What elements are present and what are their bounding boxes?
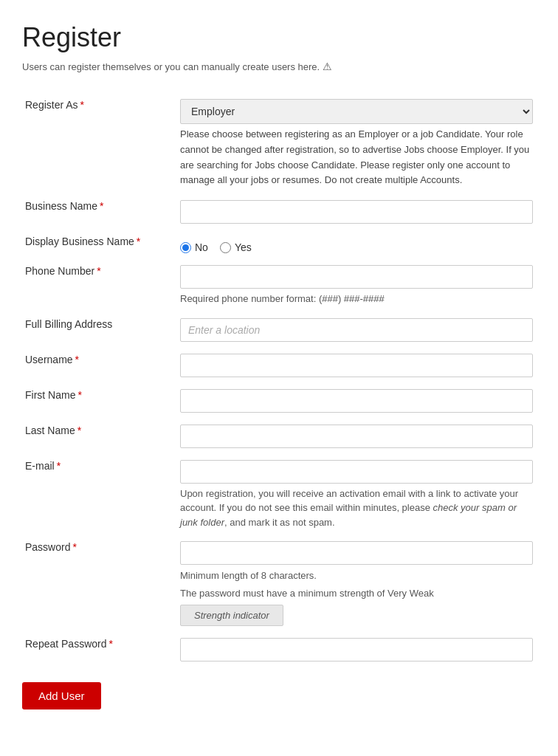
email-input[interactable] [180,460,533,484]
register-as-row: Register As* Employer Candidate Please c… [22,93,536,194]
last-name-row: Last Name* [22,419,536,454]
last-name-input[interactable] [180,425,533,448]
username-label: Username* [22,348,177,383]
password-label: Password* [22,535,177,632]
email-field: Upon registration, you will receive an a… [177,454,536,536]
password-hint2: The password must have a minimum strengt… [180,586,533,601]
radio-yes-label[interactable]: Yes [220,241,252,253]
business-name-field [177,194,536,230]
repeat-password-row: Repeat Password* [22,632,536,667]
last-name-label: Last Name* [22,419,177,454]
first-name-input[interactable] [180,389,533,413]
radio-no-label[interactable]: No [180,241,208,253]
email-label: E-mail* [22,454,177,536]
add-user-button[interactable]: Add User [22,682,101,709]
phone-hint: Required phone number format: (###) ###-… [180,292,533,306]
page-subtitle: Users can register themselves or you can… [22,61,536,72]
radio-no[interactable] [180,242,191,253]
password-field: Minimum length of 8 characters. The pass… [177,535,536,632]
warning-icon: ⚠ [323,61,332,72]
billing-address-label: Full Billing Address [22,312,177,348]
page-container: Register Users can register themselves o… [0,0,558,756]
password-input[interactable] [180,541,533,565]
business-name-input[interactable] [180,200,533,224]
business-name-label: Business Name* [22,194,177,230]
repeat-password-input[interactable] [180,638,533,662]
register-as-field: Employer Candidate Please choose between… [177,93,536,194]
billing-address-field [177,312,536,348]
register-as-label: Register As* [22,93,177,194]
billing-address-row: Full Billing Address [22,312,536,348]
billing-address-input[interactable] [180,318,533,342]
radio-yes[interactable] [220,242,231,253]
password-hint1: Minimum length of 8 characters. [180,568,533,583]
last-name-field [177,419,536,454]
phone-number-row: Phone Number* Required phone number form… [22,259,536,312]
phone-number-input[interactable] [180,265,533,289]
first-name-row: First Name* [22,383,536,419]
register-as-select[interactable]: Employer Candidate [180,99,533,124]
page-title: Register [22,22,536,53]
username-row: Username* [22,348,536,383]
register-form: Register As* Employer Candidate Please c… [22,93,536,667]
display-business-name-field: No Yes [177,230,536,259]
password-row: Password* Minimum length of 8 characters… [22,535,536,632]
first-name-label: First Name* [22,383,177,419]
phone-number-field: Required phone number format: (###) ###-… [177,259,536,312]
display-business-name-row: Display Business Name* No Yes [22,230,536,259]
email-hint: Upon registration, you will receive an a… [180,487,533,530]
username-field [177,348,536,383]
first-name-field [177,383,536,419]
business-name-row: Business Name* [22,194,536,230]
email-row: E-mail* Upon registration, you will rece… [22,454,536,536]
phone-number-label: Phone Number* [22,259,177,312]
display-business-name-radios: No Yes [180,236,533,253]
strength-indicator: Strength indicator [180,605,283,626]
display-business-name-label: Display Business Name* [22,230,177,259]
repeat-password-label: Repeat Password* [22,632,177,667]
register-as-description: Please choose between registering as an … [180,124,533,188]
repeat-password-field [177,632,536,667]
username-input[interactable] [180,354,533,377]
